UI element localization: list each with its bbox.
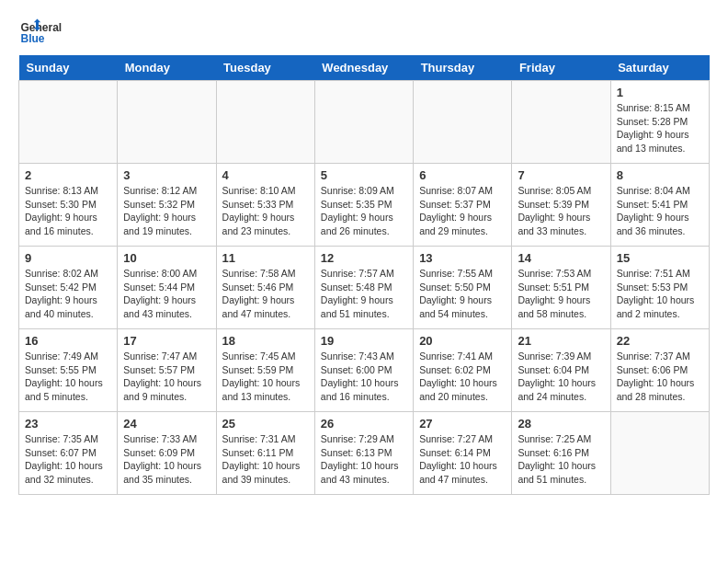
calendar-cell: 4Sunrise: 8:10 AM Sunset: 5:33 PM Daylig… — [216, 164, 314, 247]
day-number: 26 — [321, 417, 407, 431]
calendar-cell: 8Sunrise: 8:04 AM Sunset: 5:41 PM Daylig… — [610, 164, 709, 247]
calendar-cell: 15Sunrise: 7:51 AM Sunset: 5:53 PM Dayli… — [610, 247, 709, 329]
day-info: Sunrise: 7:31 AM Sunset: 6:11 PM Dayligh… — [222, 432, 309, 487]
col-header-wednesday: Wednesday — [314, 55, 413, 81]
header: General Blue — [18, 18, 710, 46]
day-info: Sunrise: 8:13 AM Sunset: 5:30 PM Dayligh… — [25, 184, 111, 238]
calendar-cell: 13Sunrise: 7:55 AM Sunset: 5:50 PM Dayli… — [414, 247, 512, 329]
svg-text:Blue: Blue — [21, 32, 45, 45]
day-info: Sunrise: 7:39 AM Sunset: 6:04 PM Dayligh… — [518, 350, 604, 404]
day-info: Sunrise: 8:07 AM Sunset: 5:37 PM Dayligh… — [419, 184, 506, 238]
logo: General Blue — [18, 18, 64, 46]
day-info: Sunrise: 8:10 AM Sunset: 5:33 PM Dayligh… — [222, 184, 309, 238]
day-info: Sunrise: 8:15 AM Sunset: 5:28 PM Dayligh… — [617, 101, 703, 155]
day-number: 11 — [222, 251, 309, 265]
day-info: Sunrise: 7:47 AM Sunset: 5:57 PM Dayligh… — [123, 350, 210, 404]
calendar-cell — [512, 81, 610, 164]
day-number: 10 — [123, 251, 210, 265]
calendar-header-row: SundayMondayTuesdayWednesdayThursdayFrid… — [19, 55, 710, 81]
day-number: 24 — [123, 417, 210, 431]
day-number: 3 — [123, 168, 210, 182]
calendar-cell — [414, 81, 512, 164]
calendar-cell: 3Sunrise: 8:12 AM Sunset: 5:32 PM Daylig… — [118, 164, 216, 247]
day-number: 22 — [617, 334, 703, 348]
calendar-cell — [314, 81, 413, 164]
calendar-cell: 27Sunrise: 7:27 AM Sunset: 6:14 PM Dayli… — [414, 412, 512, 495]
calendar-table: SundayMondayTuesdayWednesdayThursdayFrid… — [18, 55, 710, 495]
calendar-cell: 20Sunrise: 7:41 AM Sunset: 6:02 PM Dayli… — [414, 329, 512, 412]
day-info: Sunrise: 7:29 AM Sunset: 6:13 PM Dayligh… — [321, 432, 407, 487]
day-info: Sunrise: 7:49 AM Sunset: 5:55 PM Dayligh… — [25, 350, 111, 404]
calendar-week-row: 23Sunrise: 7:35 AM Sunset: 6:07 PM Dayli… — [19, 412, 710, 495]
day-number: 6 — [419, 168, 506, 182]
calendar-cell: 19Sunrise: 7:43 AM Sunset: 6:00 PM Dayli… — [314, 329, 413, 412]
calendar-cell: 7Sunrise: 8:05 AM Sunset: 5:39 PM Daylig… — [512, 164, 610, 247]
calendar-cell: 18Sunrise: 7:45 AM Sunset: 5:59 PM Dayli… — [216, 329, 314, 412]
day-number: 9 — [25, 251, 111, 265]
day-number: 8 — [617, 168, 703, 182]
col-header-tuesday: Tuesday — [216, 55, 314, 81]
calendar-cell: 16Sunrise: 7:49 AM Sunset: 5:55 PM Dayli… — [19, 329, 118, 412]
calendar-cell: 14Sunrise: 7:53 AM Sunset: 5:51 PM Dayli… — [512, 247, 610, 329]
day-info: Sunrise: 7:33 AM Sunset: 6:09 PM Dayligh… — [123, 432, 210, 487]
day-info: Sunrise: 7:51 AM Sunset: 5:53 PM Dayligh… — [617, 267, 703, 321]
calendar-cell: 22Sunrise: 7:37 AM Sunset: 6:06 PM Dayli… — [610, 329, 709, 412]
day-number: 7 — [518, 168, 604, 182]
calendar-cell: 12Sunrise: 7:57 AM Sunset: 5:48 PM Dayli… — [314, 247, 413, 329]
day-info: Sunrise: 8:09 AM Sunset: 5:35 PM Dayligh… — [321, 184, 407, 238]
col-header-saturday: Saturday — [610, 55, 709, 81]
day-info: Sunrise: 7:58 AM Sunset: 5:46 PM Dayligh… — [222, 267, 309, 321]
calendar-cell: 25Sunrise: 7:31 AM Sunset: 6:11 PM Dayli… — [216, 412, 314, 495]
day-number: 21 — [518, 334, 604, 348]
calendar-cell — [610, 412, 709, 495]
calendar-cell — [19, 81, 118, 164]
calendar-cell: 23Sunrise: 7:35 AM Sunset: 6:07 PM Dayli… — [19, 412, 118, 495]
day-info: Sunrise: 8:12 AM Sunset: 5:32 PM Dayligh… — [123, 184, 210, 238]
calendar-cell: 1Sunrise: 8:15 AM Sunset: 5:28 PM Daylig… — [610, 81, 709, 164]
day-number: 13 — [419, 251, 506, 265]
day-info: Sunrise: 7:27 AM Sunset: 6:14 PM Dayligh… — [419, 432, 506, 487]
calendar-cell: 9Sunrise: 8:02 AM Sunset: 5:42 PM Daylig… — [19, 247, 118, 329]
day-number: 19 — [321, 334, 407, 348]
calendar-cell: 6Sunrise: 8:07 AM Sunset: 5:37 PM Daylig… — [414, 164, 512, 247]
day-number: 18 — [222, 334, 309, 348]
day-info: Sunrise: 8:00 AM Sunset: 5:44 PM Dayligh… — [123, 267, 210, 321]
col-header-sunday: Sunday — [19, 55, 118, 81]
calendar-cell: 17Sunrise: 7:47 AM Sunset: 5:57 PM Dayli… — [118, 329, 216, 412]
day-number: 23 — [25, 417, 111, 431]
day-number: 20 — [419, 334, 506, 348]
day-number: 2 — [25, 168, 111, 182]
day-info: Sunrise: 8:04 AM Sunset: 5:41 PM Dayligh… — [617, 184, 703, 238]
day-number: 12 — [321, 251, 407, 265]
logo-icon: General Blue — [18, 18, 64, 46]
calendar-cell: 28Sunrise: 7:25 AM Sunset: 6:16 PM Dayli… — [512, 412, 610, 495]
day-info: Sunrise: 7:41 AM Sunset: 6:02 PM Dayligh… — [419, 350, 506, 404]
day-info: Sunrise: 7:55 AM Sunset: 5:50 PM Dayligh… — [419, 267, 506, 321]
day-number: 4 — [222, 168, 309, 182]
calendar-cell: 5Sunrise: 8:09 AM Sunset: 5:35 PM Daylig… — [314, 164, 413, 247]
calendar-cell — [118, 81, 216, 164]
day-info: Sunrise: 7:53 AM Sunset: 5:51 PM Dayligh… — [518, 267, 604, 321]
day-number: 1 — [617, 86, 703, 99]
day-number: 14 — [518, 251, 604, 265]
day-info: Sunrise: 7:45 AM Sunset: 5:59 PM Dayligh… — [222, 350, 309, 404]
day-number: 28 — [518, 417, 604, 431]
calendar-week-row: 1Sunrise: 8:15 AM Sunset: 5:28 PM Daylig… — [19, 81, 710, 164]
day-info: Sunrise: 7:43 AM Sunset: 6:00 PM Dayligh… — [321, 350, 407, 404]
day-info: Sunrise: 7:25 AM Sunset: 6:16 PM Dayligh… — [518, 432, 604, 487]
calendar-week-row: 2Sunrise: 8:13 AM Sunset: 5:30 PM Daylig… — [19, 164, 710, 247]
day-info: Sunrise: 7:35 AM Sunset: 6:07 PM Dayligh… — [25, 432, 111, 487]
day-number: 5 — [321, 168, 407, 182]
calendar-cell: 24Sunrise: 7:33 AM Sunset: 6:09 PM Dayli… — [118, 412, 216, 495]
day-info: Sunrise: 7:37 AM Sunset: 6:06 PM Dayligh… — [617, 350, 703, 404]
calendar-cell: 2Sunrise: 8:13 AM Sunset: 5:30 PM Daylig… — [19, 164, 118, 247]
day-number: 15 — [617, 251, 703, 265]
day-number: 17 — [123, 334, 210, 348]
day-info: Sunrise: 8:02 AM Sunset: 5:42 PM Dayligh… — [25, 267, 111, 321]
day-number: 25 — [222, 417, 309, 431]
calendar-cell: 21Sunrise: 7:39 AM Sunset: 6:04 PM Dayli… — [512, 329, 610, 412]
calendar-cell — [216, 81, 314, 164]
calendar-cell: 26Sunrise: 7:29 AM Sunset: 6:13 PM Dayli… — [314, 412, 413, 495]
day-info: Sunrise: 8:05 AM Sunset: 5:39 PM Dayligh… — [518, 184, 604, 238]
col-header-thursday: Thursday — [414, 55, 512, 81]
